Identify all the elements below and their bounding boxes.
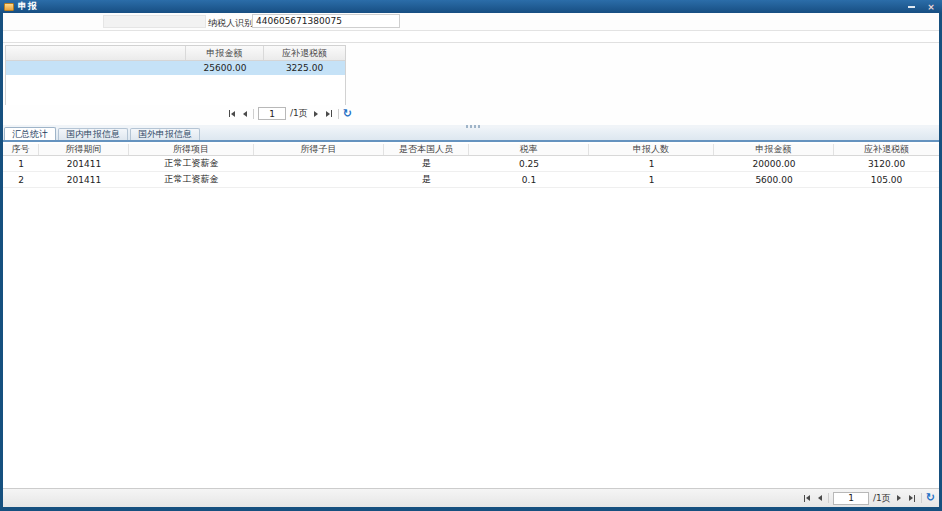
status-bar: /1页 ↻ [3,488,939,507]
first-page-button[interactable] [802,494,812,503]
app-icon [4,3,14,11]
last-page-button[interactable] [907,494,917,503]
summary-pager: /1页 ↻ [227,107,352,120]
tab-domestic-declaration-info[interactable]: 国内申报信息 [58,128,128,140]
window-title: 申报 [18,0,38,13]
pager-separator [338,109,339,119]
summary-row-selected[interactable]: 25600.00 3225.00 [6,61,345,75]
pager-separator [921,493,922,503]
page-count-label: /1页 [290,107,308,120]
detail-pager: /1页 ↻ [802,492,935,505]
cell: 1 [589,172,714,187]
prev-page-button[interactable] [241,110,249,118]
cell: 20000.00 [714,156,834,171]
cell: 201411 [39,172,129,187]
app-window: 申报 × 纳税人识别号: 申报金额 应补退税额 25600.00 3225 [0,0,942,511]
pager-separator [828,493,829,503]
window-controls: × [904,2,938,12]
summary-col-declared-amount: 申报金额 [186,46,264,60]
taxpayer-form-bar: 纳税人识别号: [3,13,939,31]
minimize-button[interactable] [904,2,918,12]
col-seq-no: 序号 [3,144,39,155]
cell: 3120.00 [834,156,939,171]
cell: 是 [384,172,469,187]
window-content: 纳税人识别号: 申报金额 应补退税额 25600.00 3225.00 [3,13,939,507]
col-tax-rate: 税率 [469,144,589,155]
next-page-button[interactable] [312,110,320,118]
cell [254,156,384,171]
cell: 正常工资薪金 [129,156,254,171]
detail-grid-header: 序号 所得期间 所得项目 所得子目 是否本国人员 税率 申报人数 申报金额 应补… [3,144,939,156]
refresh-icon[interactable]: ↻ [926,493,935,503]
detail-row-1[interactable]: 1 201411 正常工资薪金 是 0.25 1 20000.00 3120.0… [3,156,939,172]
cell: 正常工资薪金 [129,172,254,187]
summary-col-empty [6,46,186,60]
next-page-button[interactable] [895,494,903,502]
prev-page-button[interactable] [816,494,824,502]
taxpayer-id-input[interactable] [252,14,400,28]
summary-cell: 3225.00 [264,61,345,75]
cell: 201411 [39,156,129,171]
col-is-national: 是否本国人员 [384,144,469,155]
detail-row-2[interactable]: 2 201411 正常工资薪金 是 0.1 1 5600.00 105.00 [3,172,939,188]
tab-strip: 汇总统计 国内申报信息 国外申报信息 [3,128,939,142]
cell: 1 [3,156,39,171]
refresh-icon[interactable]: ↻ [343,109,352,119]
page-number-input[interactable] [258,107,286,120]
cell: 0.25 [469,156,589,171]
first-page-button[interactable] [227,109,237,118]
disabled-field [103,15,206,28]
cell: 是 [384,156,469,171]
minimize-icon [908,6,915,8]
detail-grid: 序号 所得期间 所得项目 所得子目 是否本国人员 税率 申报人数 申报金额 应补… [3,144,939,488]
summary-cell: 25600.00 [186,61,264,75]
cell: 1 [589,156,714,171]
summary-grid: 申报金额 应补退税额 25600.00 3225.00 [5,45,346,105]
summary-panel: 申报金额 应补退税额 25600.00 3225.00 /1页 ↻ [3,42,939,125]
cell: 105.00 [834,172,939,187]
summary-col-tax-due: 应补退税额 [264,46,345,60]
summary-grid-header: 申报金额 应补退税额 [6,46,345,61]
col-declared-amount: 申报金额 [714,144,834,155]
tab-summary-statistics[interactable]: 汇总统计 [4,127,56,140]
tab-foreign-declaration-info[interactable]: 国外申报信息 [130,128,200,140]
close-button[interactable]: × [924,2,938,12]
col-income-subitem: 所得子目 [254,144,384,155]
pager-separator [253,109,254,119]
page-count-label: /1页 [873,492,891,505]
page-number-input[interactable] [833,492,869,505]
cell: 0.1 [469,172,589,187]
cell: 5600.00 [714,172,834,187]
summary-cell [6,61,186,75]
cell [254,172,384,187]
col-income-item: 所得项目 [129,144,254,155]
col-tax-due: 应补退税额 [834,144,939,155]
col-income-period: 所得期间 [39,144,129,155]
title-bar: 申报 × [0,0,942,13]
col-declarant-count: 申报人数 [589,144,714,155]
cell: 2 [3,172,39,187]
last-page-button[interactable] [324,109,334,118]
